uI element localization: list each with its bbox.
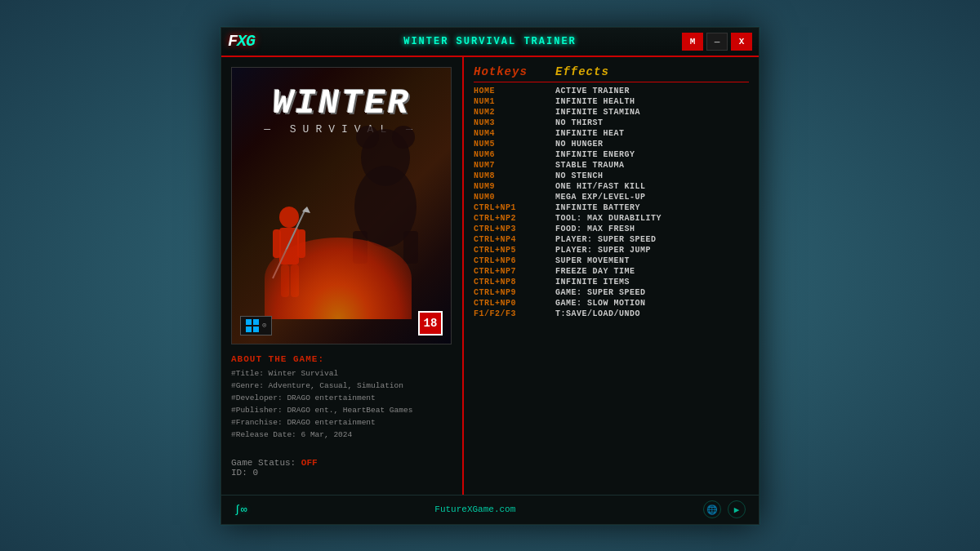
hotkey-key: CTRL+NP1 — [474, 203, 555, 212]
game-status-section: Game Status: OFF ID: 0 — [231, 458, 452, 478]
social-icon[interactable]: ▶ — [728, 500, 746, 518]
footer-website: FutureXGame.com — [434, 504, 515, 514]
hotkey-key: NUM0 — [474, 193, 555, 202]
hotkey-effect: NO THIRST — [555, 118, 604, 127]
hotkeys-list: HOMEACTIVE TRAINERNUM1INFINITE HEALTHNUM… — [474, 86, 749, 319]
hotkey-effect: FREEZE DAY TIME — [555, 267, 635, 276]
hotkey-effect: FOOD: MAX FRESH — [555, 224, 635, 233]
main-content: WINTER — SURVIVAL — — [221, 57, 759, 495]
hotkey-effect: INFINITE HEAT — [555, 129, 625, 138]
hotkey-key: NUM7 — [474, 161, 555, 170]
hotkey-effect: INFINITE ITEMS — [555, 278, 630, 287]
hotkey-effect: INFINITE HEALTH — [555, 97, 635, 106]
game-cover: WINTER — SURVIVAL — — [231, 67, 452, 344]
hotkey-key: NUM2 — [474, 108, 555, 117]
hotkey-row: NUM4INFINITE HEAT — [474, 128, 749, 139]
game-id-value: 0 — [252, 468, 258, 478]
globe-icon[interactable]: 🌐 — [703, 500, 721, 518]
minimize-button[interactable]: — — [706, 33, 728, 51]
hotkey-effect: MEGA EXP/LEVEL-UP — [555, 193, 646, 202]
hotkey-effect: GAME: SUPER SPEED — [555, 288, 646, 297]
hotkey-row: F1/F2/F3T:SAVE/LOAD/UNDO — [474, 309, 749, 319]
windows-label: ⊙ — [262, 321, 266, 330]
hotkey-row: CTRL+NP4PLAYER: SUPER SPEED — [474, 234, 749, 245]
svg-point-2 — [392, 126, 415, 149]
game-status-value: OFF — [301, 458, 318, 468]
hotkey-row: CTRL+NP5PLAYER: SUPER JUMP — [474, 245, 749, 256]
hotkey-key: NUM8 — [474, 171, 555, 180]
hotkey-key: HOME — [474, 87, 555, 96]
hotkey-key: CTRL+NP3 — [474, 224, 555, 233]
hotkey-key: CTRL+NP7 — [474, 267, 555, 276]
hotkey-row: NUM9ONE HIT/FAST KILL — [474, 181, 749, 192]
hotkey-effect: PLAYER: SUPER SPEED — [555, 235, 657, 244]
hotkey-row: HOMEACTIVE TRAINER — [474, 86, 749, 96]
hotkey-key: F1/F2/F3 — [474, 309, 555, 318]
hotkey-row: NUM8NO STENCH — [474, 171, 749, 181]
hotkey-row: CTRL+NP0GAME: SLOW MOTION — [474, 298, 749, 309]
game-status-label: Game Status: — [231, 458, 296, 468]
hotkey-row: CTRL+NP2TOOL: MAX DURABILITY — [474, 213, 749, 224]
hotkey-effect: INFINITE STAMINA — [555, 108, 640, 117]
hotkey-row: CTRL+NP1INFINITE BATTERY — [474, 202, 749, 213]
about-section: ABOUT THE GAME: #Title: Winter Survival … — [231, 351, 452, 445]
hotkey-effect: ONE HIT/FAST KILL — [555, 182, 646, 191]
hotkey-effect: STABLE TRAUMA — [555, 161, 625, 170]
svg-point-1 — [356, 126, 379, 149]
game-id-label: ID: — [231, 468, 247, 478]
about-genre-line: #Genre: Adventure, Casual, Simulation — [231, 380, 452, 392]
hotkey-row: CTRL+NP7FREEZE DAY TIME — [474, 266, 749, 277]
hotkey-effect: NO STENCH — [555, 171, 604, 180]
svg-point-6 — [279, 207, 299, 228]
hotkey-row: CTRL+NP6SUPER MOVEMENT — [474, 256, 749, 266]
footer: ∫∞ FutureXGame.com 🌐 ▶ — [221, 495, 759, 524]
hotkey-key: CTRL+NP6 — [474, 256, 555, 265]
window-title: WINTER SURVIVAL TRAINER — [403, 36, 577, 47]
hotkey-key: CTRL+NP4 — [474, 235, 555, 244]
game-id-display: ID: 0 — [231, 468, 452, 478]
hotkey-row: NUM0MEGA EXP/LEVEL-UP — [474, 192, 749, 202]
about-title-line: #Title: Winter Survival — [231, 367, 452, 380]
window-controls: M — X — [682, 33, 752, 51]
hotkey-row: NUM1INFINITE HEALTH — [474, 96, 749, 107]
hotkey-key: CTRL+NP8 — [474, 278, 555, 287]
hotkey-row: NUM6INFINITE ENERGY — [474, 149, 749, 160]
close-button[interactable]: X — [731, 33, 752, 51]
title-bar: FXG WINTER SURVIVAL TRAINER M — X — [221, 28, 759, 57]
hotkey-row: CTRL+NP8INFINITE ITEMS — [474, 277, 749, 287]
effects-col-header: Effects — [555, 65, 609, 78]
hotkey-effect: PLAYER: SUPER JUMP — [555, 246, 651, 255]
fire-effect — [265, 238, 412, 319]
hotkey-row: NUM7STABLE TRAUMA — [474, 160, 749, 171]
hotkey-effect: T:SAVE/LOAD/UNDO — [555, 309, 640, 318]
about-franchise-line: #Franchise: DRAGO entertainment — [231, 416, 452, 429]
trainer-window: FXG WINTER SURVIVAL TRAINER M — X WINTER… — [220, 27, 760, 525]
hotkey-effect: GAME: SLOW MOTION — [555, 299, 646, 308]
about-heading: ABOUT THE GAME: — [231, 354, 452, 364]
hotkeys-col-header: Hotkeys — [474, 65, 555, 78]
hotkey-row: CTRL+NP3FOOD: MAX FRESH — [474, 224, 749, 234]
about-release-line: #Release Date: 6 Mar, 2024 — [231, 429, 452, 441]
hotkey-effect: NO HUNGER — [555, 140, 604, 149]
hotkey-row: CTRL+NP9GAME: SUPER SPEED — [474, 287, 749, 298]
hotkey-effect: ACTIVE TRAINER — [555, 87, 630, 96]
hotkey-key: CTRL+NP9 — [474, 288, 555, 297]
logo: FXG — [228, 32, 255, 51]
windows-logo-icon — [246, 319, 259, 332]
about-publisher-line: #Publisher: DRAGO ent., HeartBeat Games — [231, 404, 452, 416]
hotkey-row: NUM2INFINITE STAMINA — [474, 107, 749, 118]
right-panel: Hotkeys Effects HOMEACTIVE TRAINERNUM1IN… — [462, 57, 759, 495]
hotkey-key: NUM6 — [474, 150, 555, 159]
hotkey-key: NUM3 — [474, 118, 555, 127]
hotkey-key: CTRL+NP0 — [474, 299, 555, 308]
svg-rect-5 — [403, 231, 418, 264]
trainer-mode-button[interactable]: M — [682, 33, 703, 51]
hotkey-key: NUM9 — [474, 182, 555, 191]
hotkey-key: NUM5 — [474, 140, 555, 149]
hotkey-effect: SUPER MOVEMENT — [555, 256, 630, 265]
left-panel: WINTER — SURVIVAL — — [221, 57, 462, 495]
footer-icons: 🌐 ▶ — [703, 500, 746, 518]
hotkey-effect: TOOL: MAX DURABILITY — [555, 214, 662, 223]
hotkey-effect: INFINITE BATTERY — [555, 203, 640, 212]
logo-xg: XG — [237, 32, 255, 51]
